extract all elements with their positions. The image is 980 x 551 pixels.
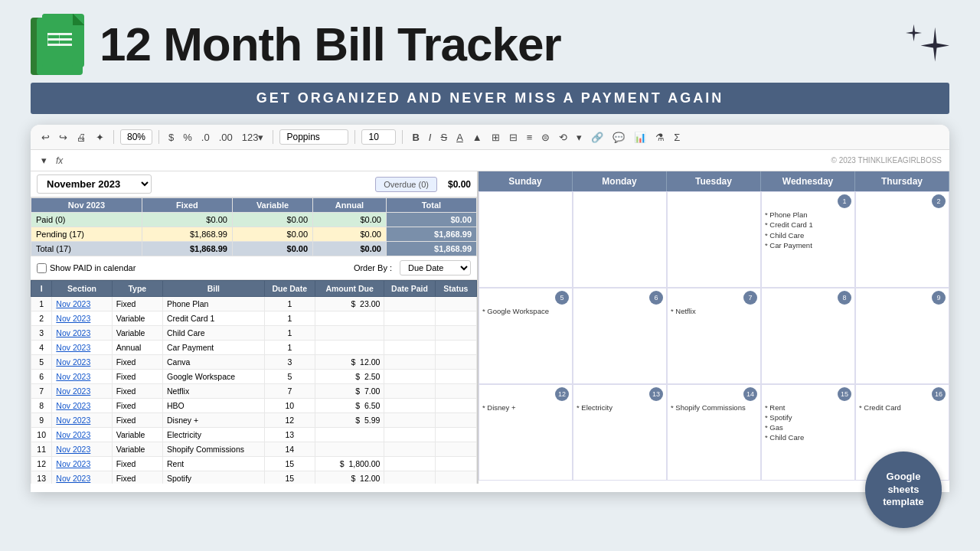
bill-section[interactable]: Nov 2023 (52, 355, 112, 370)
print-btn[interactable]: 🖨 (74, 130, 90, 145)
fill-color-btn[interactable]: ▲ (469, 130, 485, 145)
valign-btn[interactable]: ⊜ (538, 130, 553, 145)
bill-name: Rent (163, 457, 265, 471)
underline-btn[interactable]: A (453, 130, 466, 145)
redo-btn[interactable]: ↪ (56, 130, 70, 145)
bill-amount: $ 12.00 (315, 471, 384, 484)
bill-row: 1 Nov 2023 Fixed Phone Plan 1 $ 23.00 (31, 297, 477, 311)
bill-section[interactable]: Nov 2023 (52, 428, 112, 442)
cal-cell[interactable] (667, 191, 761, 288)
cal-cell[interactable]: 13* Electricity (573, 384, 667, 481)
comment-btn[interactable]: 💬 (609, 130, 628, 145)
bill-date-paid (384, 384, 435, 399)
italic-btn[interactable]: I (426, 130, 435, 145)
show-paid-checkbox-label[interactable]: Show PAID in calendar (37, 263, 136, 273)
bill-section[interactable]: Nov 2023 (52, 384, 112, 399)
borders-btn[interactable]: ⊞ (488, 130, 503, 145)
bill-row: 3 Nov 2023 Variable Child Care 1 (31, 326, 477, 341)
bill-section[interactable]: Nov 2023 (52, 326, 112, 341)
cal-cell[interactable]: 9 (855, 288, 949, 383)
cal-cell[interactable]: 7* Netflix (667, 288, 761, 383)
percent-btn[interactable]: % (180, 130, 195, 145)
format-paint-btn[interactable]: ✦ (93, 130, 107, 145)
sheet-content: November 2023 Overdue (0) $0.00 Nov 2023… (31, 171, 949, 484)
function-btn[interactable]: Σ (671, 130, 683, 145)
dec1-btn[interactable]: .0 (198, 130, 213, 145)
font-size-selector[interactable]: 10 (361, 129, 396, 145)
bill-row: 8 Nov 2023 Fixed HBO 10 $ 6.50 (31, 399, 477, 413)
rotate-btn[interactable]: ⟲ (556, 130, 570, 145)
bill-section[interactable]: Nov 2023 (52, 341, 112, 355)
bill-section[interactable]: Nov 2023 (52, 442, 112, 457)
cell-ref-dropdown[interactable]: ▾ (38, 153, 50, 168)
dollar-btn[interactable]: $ (165, 130, 177, 145)
cal-entry: * Electricity (577, 403, 663, 412)
header-area: 12 Month Bill Tracker (0, 0, 980, 83)
zoom-control[interactable]: 80% (120, 129, 152, 145)
cal-date-num: 5 (555, 291, 569, 305)
cal-cell[interactable]: 5* Google Workspace (479, 288, 573, 383)
cal-cell[interactable]: 8 (761, 288, 855, 383)
pending-annual: $0.00 (313, 227, 387, 242)
sheets-icon (31, 14, 84, 75)
bill-due: 1 (264, 341, 315, 355)
bill-section[interactable]: Nov 2023 (52, 297, 112, 311)
bill-row: 4 Nov 2023 Annual Car Payment 1 (31, 341, 477, 355)
cal-cell[interactable]: 12* Disney + (479, 384, 573, 481)
bill-name: Child Care (163, 326, 265, 341)
bold-btn[interactable]: B (409, 130, 422, 145)
merge-btn[interactable]: ⊟ (506, 130, 521, 145)
summary-col-annual: Annual (313, 198, 387, 213)
more-btn[interactable]: ▾ (573, 130, 585, 145)
bill-amount: $ 1,800.00 (315, 457, 384, 471)
cal-cell[interactable]: 1* Phone Plan* Credit Card 1* Child Care… (761, 191, 855, 288)
cal-date-num: 1 (838, 194, 851, 208)
bill-section[interactable]: Nov 2023 (52, 457, 112, 471)
filter-btn[interactable]: ⚗ (652, 130, 668, 145)
format-btn[interactable]: 123▾ (239, 130, 267, 145)
cal-cell[interactable]: 6 (573, 288, 667, 383)
cal-cell[interactable] (479, 191, 573, 288)
font-selector[interactable]: Poppins (279, 129, 348, 145)
dec2-btn[interactable]: .00 (216, 130, 236, 145)
order-by-dropdown[interactable]: Due Date (400, 260, 471, 276)
bill-num: 2 (31, 311, 52, 326)
cal-date-num: 16 (932, 387, 946, 401)
bill-num: 13 (31, 471, 52, 484)
bill-name: Netflix (163, 384, 265, 399)
badge-line3: template (883, 496, 923, 509)
cal-cell[interactable]: 15* Rent* Spotify* Gas* Child Care (761, 384, 855, 481)
order-by-label: Order By : (354, 263, 392, 272)
bill-status (435, 297, 476, 311)
bill-section[interactable]: Nov 2023 (52, 370, 112, 384)
col-section: Section (52, 281, 112, 297)
formula-icon: fx (56, 155, 63, 166)
bill-date-paid (384, 370, 435, 384)
bill-section[interactable]: Nov 2023 (52, 471, 112, 484)
cal-entry: * Credit Card 1 (765, 220, 851, 230)
bill-section[interactable]: Nov 2023 (52, 399, 112, 413)
chart-btn[interactable]: 📊 (631, 130, 649, 145)
cal-entry: * Disney + (482, 403, 569, 412)
show-paid-checkbox[interactable] (37, 263, 47, 273)
bill-name: Spotify (163, 471, 265, 484)
bill-section[interactable]: Nov 2023 (52, 413, 112, 428)
bill-type: Fixed (112, 384, 162, 399)
align-btn[interactable]: ≡ (524, 130, 536, 145)
bill-due: 5 (264, 370, 315, 384)
cal-date-num: 9 (932, 291, 946, 305)
strikethrough-btn[interactable]: S (437, 130, 450, 145)
total-total: $1,868.99 (386, 242, 476, 256)
cal-cell[interactable]: 14* Shopify Commissions (667, 384, 761, 481)
link-btn[interactable]: 🔗 (588, 130, 606, 145)
cal-entry: * Google Workspace (482, 306, 569, 316)
bill-due: 10 (264, 399, 315, 413)
cal-cell[interactable] (573, 191, 667, 288)
cal-cell[interactable]: 2 (855, 191, 949, 288)
svg-rect-9 (47, 33, 48, 46)
undo-btn[interactable]: ↩ (38, 130, 53, 145)
col-due: Due Date (264, 281, 315, 297)
bill-row: 2 Nov 2023 Variable Credit Card 1 1 (31, 311, 477, 326)
month-dropdown[interactable]: November 2023 (37, 174, 152, 194)
bill-section[interactable]: Nov 2023 (52, 311, 112, 326)
